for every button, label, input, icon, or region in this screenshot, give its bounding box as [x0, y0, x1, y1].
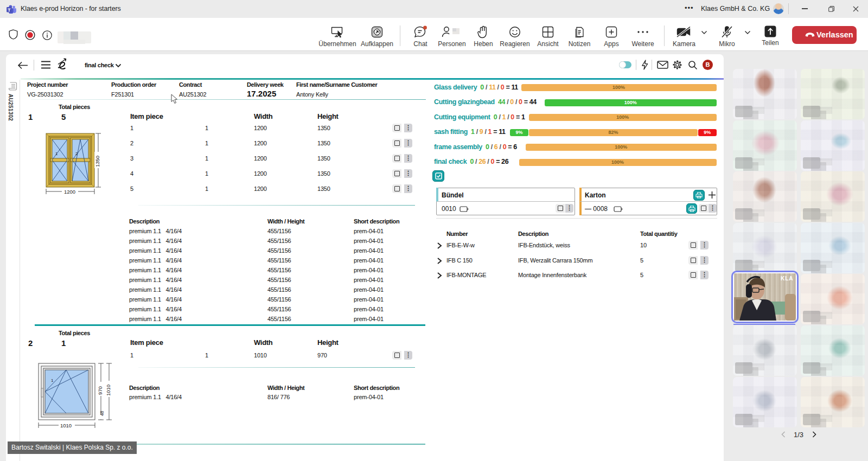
svg-text:1350: 1350: [94, 156, 100, 167]
svg-text:1: 1: [51, 378, 54, 383]
svg-text:1200: 1200: [64, 189, 75, 195]
svg-text:1010: 1010: [105, 385, 111, 396]
svg-text:KLA: KLA: [781, 276, 794, 281]
svg-text:1: 1: [55, 151, 58, 156]
svg-text:1010: 1010: [60, 422, 72, 428]
svg-text:2: 2: [75, 151, 78, 156]
svg-text:970: 970: [97, 386, 103, 395]
svg-text:48: 48: [99, 411, 105, 416]
